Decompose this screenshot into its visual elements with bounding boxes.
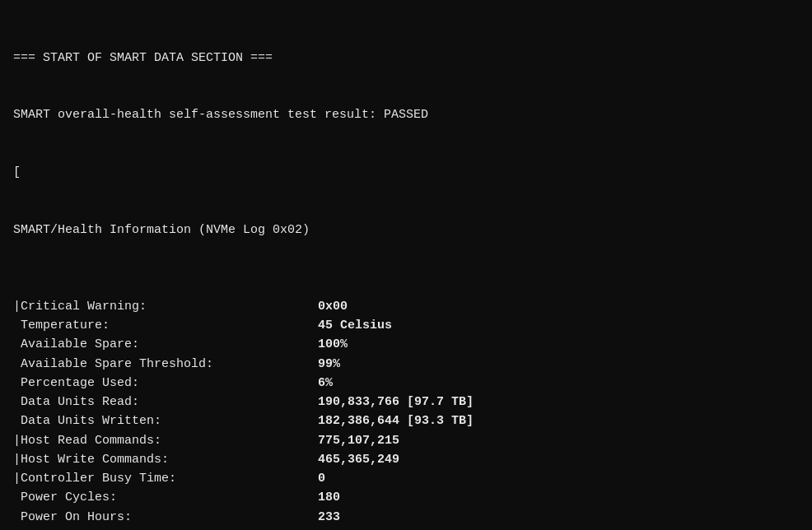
terminal-output: === START OF SMART DATA SECTION === SMAR… xyxy=(13,10,799,530)
smart-row-8: |Host Write Commands:465,365,249 xyxy=(13,450,799,469)
row-label-2: Available Spare: xyxy=(13,335,318,354)
row-label-0: |Critical Warning: xyxy=(13,297,318,316)
smart-row-2: Available Spare:100% xyxy=(13,335,799,354)
row-label-1: Temperature: xyxy=(13,316,318,335)
row-value-7: 775,107,215 xyxy=(318,431,399,450)
row-label-6: Data Units Written: xyxy=(13,411,318,430)
row-value-3: 99% xyxy=(318,355,340,374)
row-value-6: 182,386,644 [93.3 TB] xyxy=(318,411,474,430)
smart-row-12: |Unsafe Shutdowns:4 xyxy=(13,527,799,530)
bracket-open-line: [ xyxy=(13,163,799,182)
bracket-open: [ xyxy=(13,163,21,182)
smart-row-6: Data Units Written:182,386,644 [93.3 TB] xyxy=(13,411,799,430)
row-label-3: Available Spare Threshold: xyxy=(13,355,318,374)
row-value-1: 45 Celsius xyxy=(318,316,392,335)
row-label-10: Power Cycles: xyxy=(13,488,318,507)
row-value-8: 465,365,249 xyxy=(318,450,399,469)
row-value-5: 190,833,766 [97.7 TB] xyxy=(318,393,474,411)
header-2-text: SMART overall-health self-assessment tes… xyxy=(13,105,428,124)
smart-row-7: |Host Read Commands:775,107,215 xyxy=(13,431,799,450)
row-label-9: |Controller Busy Time: xyxy=(13,469,318,488)
section-title: SMART/Health Information (NVMe Log 0x02) xyxy=(13,221,310,239)
header-line-1: === START OF SMART DATA SECTION === xyxy=(13,49,799,67)
smart-row-1: Temperature:45 Celsius xyxy=(13,316,799,335)
row-label-5: Data Units Read: xyxy=(13,393,318,411)
row-value-9: 0 xyxy=(318,469,325,488)
smart-row-3: Available Spare Threshold:99% xyxy=(13,355,799,374)
smart-row-9: |Controller Busy Time:0 xyxy=(13,469,799,488)
header-line-2: SMART overall-health self-assessment tes… xyxy=(13,105,799,124)
row-label-7: |Host Read Commands: xyxy=(13,431,318,450)
row-value-2: 100% xyxy=(318,335,348,354)
row-value-10: 180 xyxy=(318,488,340,507)
row-value-4: 6% xyxy=(318,374,333,393)
smart-row-10: Power Cycles:180 xyxy=(13,488,799,507)
section-title-line: SMART/Health Information (NVMe Log 0x02) xyxy=(13,221,799,239)
row-label-11: Power On Hours: xyxy=(13,508,318,527)
smart-data-rows: |Critical Warning:0x00 Temperature:45 Ce… xyxy=(13,297,799,530)
smart-row-4: Percentage Used:6% xyxy=(13,374,799,393)
row-value-12: 4 xyxy=(318,527,325,530)
row-label-12: |Unsafe Shutdowns: xyxy=(13,527,318,530)
smart-row-11: Power On Hours:233 xyxy=(13,508,799,527)
smart-row-5: Data Units Read:190,833,766 [97.7 TB] xyxy=(13,393,799,411)
row-label-8: |Host Write Commands: xyxy=(13,450,318,469)
header-1-text: === START OF SMART DATA SECTION === xyxy=(13,49,273,67)
smart-row-0: |Critical Warning:0x00 xyxy=(13,297,799,316)
row-label-4: Percentage Used: xyxy=(13,374,318,393)
row-value-0: 0x00 xyxy=(318,297,348,316)
row-value-11: 233 xyxy=(318,508,340,527)
